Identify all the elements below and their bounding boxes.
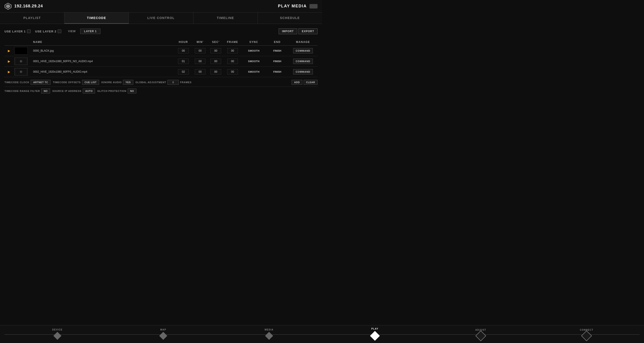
ignore-audio-label: IGNORE AUDIO [101, 81, 122, 84]
sync-2: SMOOTH [242, 70, 266, 73]
global-adjustment-input[interactable] [168, 80, 179, 85]
global-adjustment-section: GLOBAL ADJUSTMENT FRAMES [136, 80, 192, 85]
th-sec: SEC' [208, 40, 224, 44]
thumbnail-1 [14, 58, 28, 65]
filename-1: 0001_HIVE_1920x1080_60FPS_NO_AUDIO.mp4 [31, 60, 174, 63]
filename-0: 0000_BLACK.jpg [31, 49, 174, 52]
source-ip-value[interactable]: AUTO [83, 88, 95, 94]
sync-1: SMOOTH [242, 60, 266, 62]
thumb-1 [14, 58, 31, 65]
tab-schedule[interactable]: SCHEDULE [258, 12, 322, 24]
play-button-1[interactable]: ▶ [4, 60, 14, 63]
tab-bar: PLAYLIST TIMECODE LIVE CONTROL TIMELINE … [0, 12, 322, 24]
th-name: NAME [31, 40, 174, 44]
timecode-range-label: TIMECODE RANGE FILTER [4, 90, 40, 92]
header: 192.168.29.24 PLAY MEDIA [0, 0, 322, 12]
th-min: MIN' [192, 40, 208, 44]
sync-0: SMOOTH [242, 50, 266, 52]
command-button-1[interactable]: COMMAND [293, 58, 313, 64]
source-ip-section: SOURCE IP ADDRESS AUTO [52, 88, 95, 94]
min-2: 00 [192, 69, 208, 74]
thumb-2 [14, 68, 31, 76]
frames-label: FRAMES [180, 81, 192, 84]
glitch-label: GLITCH PROTECTION [97, 90, 126, 92]
thumbnail-2 [14, 68, 28, 76]
play-media-label: PLAY MEDIA [278, 4, 307, 8]
th-end: END [266, 40, 288, 44]
th-play [4, 40, 14, 44]
th-sync: SYNC [242, 40, 266, 44]
add-button[interactable]: ADD [292, 80, 302, 85]
command-button-0[interactable]: COMMAND [293, 48, 313, 54]
use-layer-1-checkbox[interactable] [27, 30, 31, 33]
view-value[interactable]: LAYER 1 [80, 28, 100, 34]
use-layer-1-label: USE LAYER 1 [4, 30, 26, 33]
frame-1: 00 [224, 58, 242, 64]
frame-0: 00 [224, 48, 242, 54]
min-1: 00 [192, 58, 208, 64]
play-button-2[interactable]: ▶ [4, 70, 14, 74]
use-layer-2-item: USE LAYER 2 [35, 30, 61, 33]
use-layer-1-item: USE LAYER 1 [4, 30, 31, 33]
export-button[interactable]: EXPORT [298, 28, 318, 34]
end-1: FINISH [266, 60, 288, 62]
table-row: ▶ 0000_BLACK.jpg 00 00 00 00 SMOOTH FINI… [4, 46, 318, 56]
timecode-clock-section: TIMECODE CLOCK ARTNET TC [4, 80, 50, 85]
hour-0: 00 [174, 48, 192, 54]
import-button[interactable]: IMPORT [278, 28, 297, 34]
hour-1: 01 [174, 58, 192, 64]
artnet-tc-button[interactable]: ARTNET TC [31, 80, 50, 85]
layer-controls-row: USE LAYER 1 USE LAYER 2 VIEW LAYER 1 IMP… [4, 28, 318, 34]
command-button-2[interactable]: COMMAND [293, 69, 313, 74]
end-0: FINISH [266, 50, 288, 52]
range-filter-value[interactable]: NO [41, 88, 50, 94]
sec-1: 00 [208, 58, 224, 64]
ignore-audio-value[interactable]: YES [123, 80, 133, 85]
cue-list-button[interactable]: CUE LIST [82, 80, 99, 85]
table-row: ▶ 0001_HIVE_1920x1080_60FPS_NO_AUDIO.mp4… [4, 56, 318, 67]
thumb-0 [14, 47, 31, 54]
manage-1: COMMAND [288, 58, 318, 64]
manage-2: COMMAND [288, 69, 318, 74]
logo-icon [4, 3, 12, 10]
th-hour: HOUR [174, 40, 192, 44]
sec-0: 00 [208, 48, 224, 54]
use-layer-2-checkbox[interactable] [58, 30, 61, 33]
bottom-controls-row2: TIMECODE RANGE FILTER NO SOURCE IP ADDRE… [4, 88, 318, 94]
table-row: ▶ 0002_HIVE_1920x1080_60FPS_AUDIO.mp4 02… [4, 67, 318, 77]
timecode-clock-label: TIMECODE CLOCK [4, 81, 29, 84]
view-label: VIEW [68, 30, 76, 33]
th-frame: FRAME [224, 40, 242, 44]
tab-timeline[interactable]: TIMELINE [194, 12, 258, 24]
header-left: 192.168.29.24 [4, 3, 43, 10]
end-2: FINISH [266, 70, 288, 73]
source-ip-label: SOURCE IP ADDRESS [52, 90, 82, 92]
sec-2: 00 [208, 69, 224, 74]
clear-button[interactable]: CLEAR [304, 80, 318, 85]
main-content: USE LAYER 1 USE LAYER 2 VIEW LAYER 1 IMP… [0, 24, 322, 94]
svg-marker-1 [6, 4, 10, 8]
glitch-protection-section: GLITCH PROTECTION NO [97, 88, 136, 94]
tab-timecode[interactable]: TIMECODE [64, 12, 129, 24]
bottom-controls-row1: TIMECODE CLOCK ARTNET TC TIMECODE OFFSET… [4, 80, 318, 87]
min-0: 00 [192, 48, 208, 54]
play-button-0[interactable]: ▶ [4, 49, 14, 52]
table-header: NAME HOUR MIN' SEC' FRAME SYNC END MANAG… [4, 39, 318, 46]
play-media-toggle[interactable] [310, 4, 318, 8]
hour-2: 02 [174, 69, 192, 74]
tab-playlist[interactable]: PLAYLIST [0, 12, 64, 24]
header-right: PLAY MEDIA [278, 4, 318, 8]
timecode-offsets-label: TIMECODE OFFSETS [53, 81, 81, 84]
th-thumb [14, 40, 31, 44]
add-clear-section: ADD CLEAR [292, 80, 318, 85]
global-adjustment-label: GLOBAL ADJUSTMENT [136, 81, 166, 84]
import-export-group: IMPORT EXPORT [278, 28, 318, 34]
tab-live-control[interactable]: LIVE CONTROL [129, 12, 193, 24]
use-layer-2-label: USE LAYER 2 [35, 30, 56, 33]
filename-2: 0002_HIVE_1920x1080_60FPS_AUDIO.mp4 [31, 70, 174, 73]
timecode-range-section: TIMECODE RANGE FILTER NO [4, 88, 50, 94]
ignore-audio-section: IGNORE AUDIO YES [101, 80, 133, 85]
ip-address: 192.168.29.24 [14, 4, 43, 8]
manage-0: COMMAND [288, 48, 318, 54]
glitch-value[interactable]: NO [128, 88, 137, 94]
